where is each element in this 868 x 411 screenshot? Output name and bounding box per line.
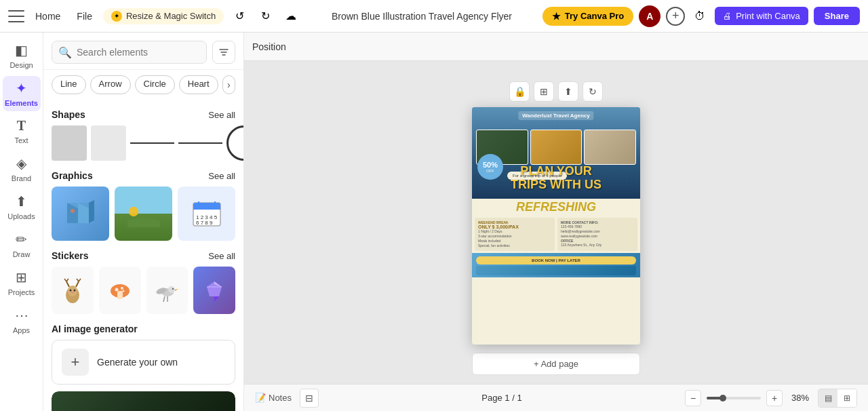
ai-plus-icon: + — [62, 349, 89, 376]
try-pro-button[interactable]: ★ Try Canva Pro — [542, 7, 633, 26]
magic-switch-label: Resize & Magic Switch — [126, 11, 216, 21]
graphic-calendar[interactable]: 1 2 3 4 56 7 8 9 — [178, 187, 235, 241]
sidebar-item-apps[interactable]: ⋯ Apps — [3, 303, 41, 338]
sidebar-item-elements[interactable]: ✦ Elements — [3, 76, 41, 111]
sidebar-item-brand[interactable]: ◈ Brand — [3, 151, 41, 187]
chip-circle[interactable]: Circle — [135, 75, 175, 94]
zoom-in-button[interactable]: + — [766, 390, 783, 406]
search-input[interactable] — [52, 41, 207, 64]
svg-point-16 — [68, 286, 77, 296]
topbar: Home File ✦ Resize & Magic Switch ↺ ↻ ☁ … — [0, 0, 868, 33]
magic-icon: ✦ — [111, 11, 122, 22]
redo-button[interactable]: ↻ — [255, 6, 275, 26]
ai-generate-button[interactable]: + Generate your own — [52, 340, 235, 385]
timer-icon[interactable]: ⏱ — [690, 7, 709, 26]
graphics-see-all[interactable]: See all — [208, 171, 235, 181]
svg-point-6 — [127, 218, 160, 227]
undo-button[interactable]: ↺ — [229, 6, 250, 26]
graphic-landscape[interactable] — [115, 187, 172, 241]
flyer-book-button[interactable]: BOOK NOW | PAY LATER — [476, 256, 636, 265]
sidebar-item-uploads[interactable]: ⬆ Uploads — [3, 189, 41, 224]
filter-button[interactable] — [212, 41, 235, 64]
flyer-details: WEEKEND BREAK ONLY $ 3,000/PAX 1 Night /… — [472, 216, 640, 253]
shape-square[interactable] — [52, 125, 87, 161]
chip-heart[interactable]: Heart — [179, 75, 218, 94]
design-label: Design — [9, 61, 33, 69]
chip-arrow[interactable]: Arrow — [90, 75, 131, 94]
flyer[interactable]: Wanderlust Travel Agency 50% OFF — [472, 107, 640, 345]
bottom-bar: 📝 Notes ⊟ Page 1 / 1 − + 38% ▤ ⊞ — [244, 384, 868, 411]
sidebar-item-draw[interactable]: ✏ Draw — [3, 227, 41, 262]
shape-square-light[interactable] — [91, 125, 126, 161]
svg-line-22 — [79, 279, 81, 281]
search-bar: 🔍 — [43, 33, 243, 70]
main-layout: ◧ Design ✦ Elements T Text ◈ Brand ⬆ Upl… — [0, 33, 868, 411]
sidebar-item-text[interactable]: T Text — [3, 114, 41, 149]
flyer-contact-email: hello@reallygreatsite.com — [561, 229, 634, 234]
ai-generate-label: Generate your own — [97, 357, 178, 368]
graphics-grid: 1 2 3 4 56 7 8 9 — [52, 187, 235, 241]
grid-button[interactable]: ⊞ — [534, 81, 554, 102]
stickers-title: Stickers — [52, 250, 88, 261]
magic-switch-button[interactable]: ✦ Resize & Magic Switch — [103, 8, 224, 24]
brand-label: Brand — [12, 174, 31, 182]
zoom-out-button[interactable]: − — [685, 390, 701, 406]
rotate-button[interactable]: ↻ — [583, 81, 603, 102]
bottom-center: Page 1 / 1 — [327, 393, 677, 403]
lock-button[interactable]: 🔒 — [509, 81, 530, 102]
view-grid-button[interactable]: ⊞ — [837, 389, 856, 407]
shape-line[interactable] — [130, 125, 174, 161]
left-panel: 🔍 Line Arrow Circle Heart › Shapes See a… — [43, 33, 244, 411]
panel-content: Shapes See all — [43, 100, 243, 411]
svg-point-28 — [115, 288, 118, 292]
shape-circle-outline[interactable] — [226, 125, 243, 161]
upload-button[interactable]: ⬆ — [558, 81, 578, 102]
svg-point-25 — [71, 292, 74, 294]
sticker-gem[interactable] — [193, 267, 235, 314]
design-icon: ◧ — [15, 42, 28, 58]
view-single-button[interactable]: ▤ — [818, 389, 837, 407]
add-collaborator-button[interactable]: + — [666, 7, 685, 26]
flyer-office-addr: 123 Anywhere St., Any City — [561, 243, 634, 248]
flyer-features: 1 Night / 2 Days 3-star accommodation Me… — [478, 229, 551, 248]
zoom-slider[interactable] — [707, 397, 761, 399]
chips-row: Line Arrow Circle Heart › — [43, 70, 243, 100]
try-pro-label: Try Canva Pro — [565, 11, 624, 21]
home-button[interactable]: Home — [30, 8, 66, 24]
show-pages-button[interactable]: ⊟ — [300, 389, 319, 408]
flyer-top-image: Wanderlust Travel Agency 50% OFF — [472, 107, 640, 199]
add-page-button[interactable]: + Add page — [472, 353, 640, 375]
print-button[interactable]: 🖨 Print with Canva — [715, 7, 808, 25]
avatar[interactable]: A — [639, 5, 660, 27]
sticker-mushroom[interactable] — [99, 267, 141, 314]
projects-icon: ⊞ — [16, 269, 27, 286]
shapes-see-all[interactable]: See all — [208, 110, 235, 120]
file-button[interactable]: File — [71, 8, 98, 24]
canvas-scroll[interactable]: 🔒 ⊞ ⬆ ↻ Wanderlust Travel Agency — [244, 61, 868, 384]
flyer-refreshing: REFRESHING — [472, 199, 640, 216]
projects-label: Projects — [8, 288, 35, 296]
canvas-toolbar: Position — [244, 33, 868, 61]
svg-line-19 — [66, 279, 68, 281]
notes-button[interactable]: 📝 Notes — [255, 393, 292, 403]
svg-rect-10 — [193, 207, 220, 210]
position-label: Position — [252, 41, 286, 52]
sticker-bird[interactable] — [146, 267, 189, 314]
chips-more-button[interactable]: › — [222, 75, 235, 94]
graphic-map[interactable] — [52, 187, 109, 241]
menu-icon[interactable] — [8, 10, 24, 22]
ai-preview[interactable]: "A cute anime cat in a forest with flowe… — [52, 391, 235, 411]
flyer-contact-web: www.reallygreatsite.com — [561, 234, 634, 239]
shape-line-2[interactable] — [178, 125, 222, 161]
flyer-price: ONLY $ 3,000/PAX — [478, 224, 551, 229]
svg-line-20 — [76, 281, 79, 287]
text-icon: T — [17, 118, 26, 134]
stickers-see-all[interactable]: See all — [208, 251, 235, 261]
sticker-deer[interactable] — [52, 267, 94, 314]
sidebar-item-projects[interactable]: ⊞ Projects — [3, 265, 41, 300]
share-button[interactable]: Share — [814, 7, 860, 25]
shapes-grid — [52, 125, 235, 161]
flyer-photo-3 — [584, 130, 636, 165]
chip-line[interactable]: Line — [52, 75, 86, 94]
sidebar-item-design[interactable]: ◧ Design — [3, 38, 41, 73]
